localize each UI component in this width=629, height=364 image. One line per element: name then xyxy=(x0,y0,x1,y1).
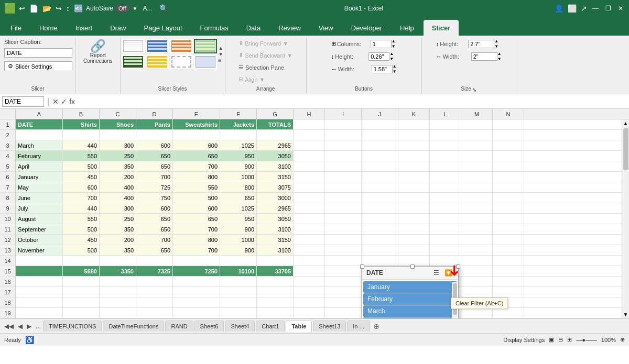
cell-h12[interactable] xyxy=(294,235,325,245)
cell-b9[interactable]: 440 xyxy=(63,203,100,213)
style-scroll-more[interactable]: ≡ xyxy=(218,58,223,63)
cell-b4[interactable]: 550 xyxy=(63,151,100,161)
cell-d13[interactable]: 650 xyxy=(136,245,173,255)
tab-home[interactable]: Home xyxy=(31,20,66,36)
cell-g15[interactable]: 33705 xyxy=(257,266,294,276)
cell-a15[interactable] xyxy=(16,266,63,276)
cell-b3[interactable]: 440 xyxy=(63,140,100,150)
size-width-spinner[interactable]: ▲▼ xyxy=(471,51,502,61)
sheet-add-btn[interactable]: ⊕ xyxy=(371,322,382,330)
cell-f1[interactable]: Jackets xyxy=(220,119,257,129)
height-spinner[interactable]: ▲ ▼ xyxy=(368,51,394,61)
columns-input[interactable] xyxy=(371,40,392,48)
cell-b8[interactable]: 700 xyxy=(63,193,100,203)
sheet-tab-chart1[interactable]: Chart1 xyxy=(256,321,285,332)
cell-i4[interactable] xyxy=(325,151,362,161)
cell-a3[interactable]: March xyxy=(16,140,63,150)
cell-f10[interactable]: 950 xyxy=(220,214,257,224)
ribbon-icon[interactable]: ⬜ xyxy=(568,4,577,13)
size-height-up[interactable]: ▲ xyxy=(494,39,498,44)
send-backward-button[interactable]: ⬇ Send Backward ▼ xyxy=(235,51,296,60)
cell-h3[interactable] xyxy=(294,140,325,150)
name-box[interactable] xyxy=(2,96,44,107)
tab-file[interactable]: File xyxy=(2,20,30,36)
cell-c4[interactable]: 250 xyxy=(100,151,136,161)
cell-h11[interactable] xyxy=(294,224,325,234)
cell-m9[interactable] xyxy=(461,203,493,213)
cell-a8[interactable]: June xyxy=(16,193,63,203)
cell-f11[interactable]: 900 xyxy=(220,224,257,234)
row-num-14[interactable]: 14 xyxy=(0,256,15,266)
cell-e12[interactable]: 800 xyxy=(173,235,220,245)
cell-f8[interactable]: 650 xyxy=(220,193,257,203)
cell-d6[interactable]: 700 xyxy=(136,172,173,182)
cell-c2[interactable] xyxy=(100,130,136,140)
cell-i13[interactable] xyxy=(325,245,362,255)
cell-a9[interactable]: July xyxy=(16,203,63,213)
cell-c12[interactable]: 200 xyxy=(100,235,136,245)
tab-slicer[interactable]: Slicer xyxy=(424,20,459,36)
row-num-18[interactable]: 18 xyxy=(0,297,15,308)
cell-k12[interactable] xyxy=(398,235,430,245)
cell-h4[interactable] xyxy=(294,151,325,161)
restore-btn[interactable]: ❐ xyxy=(604,4,612,13)
cell-g10[interactable]: 3050 xyxy=(257,214,294,224)
cell-k11[interactable] xyxy=(398,224,430,234)
cell-m13[interactable] xyxy=(461,245,493,255)
style-swatch-6[interactable] xyxy=(146,54,169,69)
cell-n11[interactable] xyxy=(493,224,524,234)
cell-k13[interactable] xyxy=(398,245,430,255)
height-up[interactable]: ▲ xyxy=(389,51,394,57)
cell-d7[interactable]: 725 xyxy=(136,182,173,192)
size-width-down[interactable]: ▼ xyxy=(497,57,502,62)
col-header-g[interactable]: G xyxy=(257,109,294,119)
page-layout-btn[interactable]: ⊟ xyxy=(558,336,563,343)
cell-k1[interactable] xyxy=(398,119,430,129)
col-header-e[interactable]: E xyxy=(173,109,220,119)
cell-h13[interactable] xyxy=(294,245,325,255)
cell-a14[interactable] xyxy=(16,256,63,266)
cell-k8[interactable] xyxy=(398,193,430,203)
cell-e5[interactable]: 700 xyxy=(173,161,220,171)
cell-c10[interactable]: 250 xyxy=(100,214,136,224)
cell-g2[interactable] xyxy=(257,130,294,140)
cell-c15[interactable]: 3350 xyxy=(100,266,136,276)
cell-h2[interactable] xyxy=(294,130,325,140)
cell-g9[interactable]: 2965 xyxy=(257,203,294,213)
cell-k10[interactable] xyxy=(398,214,430,224)
slicer-item-march[interactable]: March xyxy=(363,305,457,317)
height-down[interactable]: ▼ xyxy=(389,57,394,62)
cell-l3[interactable] xyxy=(430,140,461,150)
cell-m1[interactable] xyxy=(461,119,493,129)
width-input[interactable] xyxy=(372,65,393,73)
slicer-settings-button[interactable]: ⚙ Slicer Settings xyxy=(4,61,72,71)
normal-view-btn[interactable]: ▣ xyxy=(549,336,554,343)
col-header-f[interactable]: F xyxy=(220,109,257,119)
share-icon[interactable]: ↗ xyxy=(581,4,587,13)
cell-f4[interactable]: 950 xyxy=(220,151,257,161)
row-num-9[interactable]: 9 xyxy=(0,203,15,214)
cell-n13[interactable] xyxy=(493,245,524,255)
slicer-item-april[interactable]: April xyxy=(363,317,457,318)
cell-b15[interactable]: 5680 xyxy=(63,266,100,276)
close-btn[interactable]: ✕ xyxy=(616,4,625,13)
cell-f3[interactable]: 1025 xyxy=(220,140,257,150)
cell-c3[interactable]: 300 xyxy=(100,140,136,150)
row-num-6[interactable]: 6 xyxy=(0,172,15,182)
tab-insert[interactable]: Insert xyxy=(67,20,101,36)
col-header-b[interactable]: B xyxy=(63,109,100,119)
sheet-tab-timefunctions[interactable]: TIMEFUNCTIONS xyxy=(43,321,102,332)
cancel-formula-btn[interactable]: ✕ xyxy=(52,97,59,106)
cell-m14[interactable] xyxy=(461,256,493,266)
cell-m3[interactable] xyxy=(461,140,493,150)
sheet-tab-datetimefunctions[interactable]: DateTimeFunctions xyxy=(103,321,164,332)
row-num-1[interactable]: 1 xyxy=(0,119,15,130)
formula-input[interactable] xyxy=(77,97,627,106)
cell-b10[interactable]: 550 xyxy=(63,214,100,224)
cell-m6[interactable] xyxy=(461,172,493,182)
cell-e11[interactable]: 700 xyxy=(173,224,220,234)
cell-i15[interactable] xyxy=(325,266,362,276)
style-scroll-up[interactable]: ▲ xyxy=(218,45,223,51)
col-header-n[interactable]: N xyxy=(493,109,524,119)
col-header-l[interactable]: L xyxy=(430,109,461,119)
